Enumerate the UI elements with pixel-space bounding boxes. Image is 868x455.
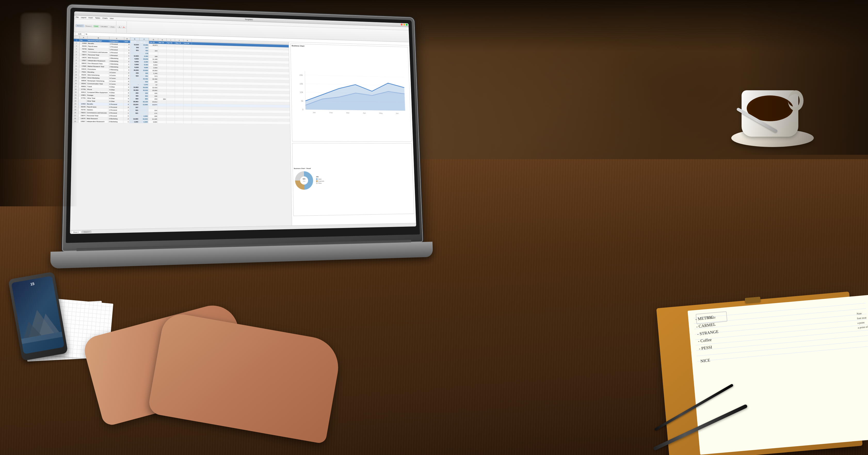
btn-ab2[interactable]: Ab- [122,26,126,28]
phone-screen: 15 [11,276,64,354]
phone-mountain [16,301,63,344]
cell-1j[interactable]: May-16 [175,42,184,44]
line-chart-svg: 0 5k 10k 15k 20k [292,47,410,138]
col-d-header[interactable]: D [124,37,130,40]
maximize-btn[interactable] [406,24,408,26]
ribbon-group-format: Ab Ab- [117,21,127,33]
clipboard-board: Toble - METRIC - CARMEL - STRANGE - Coff… [656,291,863,455]
legend-color-plans [316,183,318,184]
menu-charts[interactable]: Charts [102,17,107,19]
legend-item-plans: Plans [316,182,324,184]
legend-label-plans: Plans [318,183,321,184]
cell-1d[interactable]: Unit [124,40,130,43]
laptop: Template1 File Layout Insert Tables [61,4,441,302]
excel-main-area: A B C D E F G H I J [70,36,416,230]
excel-title: Template1 [245,19,253,21]
style-percent2[interactable]: Percent 2 [84,25,93,27]
legend-item-sales: Sales [316,178,324,180]
pie-chart-svg: 50% Sales [294,170,314,191]
bg-blur-right [739,0,868,155]
clipboard-area: Toble - METRIC - CARMEL - STRANGE - Coff… [628,265,868,455]
pie-legend: 25% Sales Expenses [316,176,324,185]
col-i-header[interactable]: I [167,38,175,41]
clipboard-paper: Toble - METRIC - CARMEL - STRANGE - Coff… [688,295,868,455]
svg-text:0: 0 [302,108,304,111]
svg-text:Feb: Feb [330,111,333,114]
note-right-4: a point of [858,324,868,330]
screen-content[interactable]: Template1 File Layout Insert Tables [70,11,416,234]
pie-chart-title: Business Chart - Visual [294,167,411,169]
svg-text:Jan: Jan [313,111,316,113]
cell-1h[interactable]: Mar-16 [158,41,167,44]
cell-1k[interactable]: Jun-16 [183,42,192,45]
menu-view[interactable]: View [110,18,114,19]
grid: A B C D E F G H I J [70,36,292,230]
col-g-header[interactable]: G [149,38,158,41]
col-k-header[interactable]: K [183,39,192,42]
background-glass [21,13,52,64]
cell-1g[interactable]: Feb-16 [149,41,158,44]
style-calculation[interactable]: Calculation [99,25,109,28]
style-check[interactable]: Check [109,25,116,28]
pie-chart-container: Business Chart - Visual [292,143,414,216]
laptop-lid: Template1 File Layout Insert Tables [62,4,423,252]
cell-1e[interactable]: Dec-15 [130,40,140,43]
svg-line-5 [305,75,404,77]
right-column-notes: Note font treat a point a point of [857,311,868,330]
cell-1i[interactable]: Apr-16 [167,41,175,44]
col-c-header[interactable]: C [110,37,124,40]
spreadsheet[interactable]: A B C D E F G H I J [70,36,292,230]
svg-text:50%: 50% [303,178,306,180]
legend-label-sales: Sales [318,178,321,180]
phone-time: 15 [11,278,53,290]
col-e-header[interactable]: E [130,37,140,40]
style-good[interactable]: Good [93,25,99,28]
col-h-header[interactable]: H [158,38,167,41]
phone-mountain-svg [16,301,63,344]
legend-color-sales [316,178,318,180]
window-controls [401,24,408,26]
cell-1a[interactable]: No. [80,39,88,42]
menu-tables[interactable]: Tables [95,17,100,19]
col-j-header[interactable]: J [175,39,183,42]
svg-text:May: May [379,112,383,114]
svg-text:15k: 15k [300,83,303,85]
col-a-header[interactable]: A [80,36,88,39]
col-f-header[interactable]: F [140,38,149,41]
svg-text:Mar: Mar [346,112,350,114]
minimize-btn[interactable] [403,24,405,26]
menu-insert[interactable]: Insert [89,17,93,19]
btn-ab[interactable]: Ab [117,26,122,28]
cell-1f[interactable]: Jan-16 [140,41,149,43]
legend-color-expenses [316,181,318,182]
ribbon-group-styles: Normal 2 Percent 2 Good Calculation Chec… [75,20,117,32]
screen-bezel: Template1 File Layout Insert Tables [66,8,420,243]
legend-item-expenses: Expenses [316,181,324,182]
excel-app[interactable]: Template1 File Layout Insert Tables [70,11,416,234]
svg-text:Jun: Jun [396,112,399,115]
close-btn[interactable] [401,24,403,26]
cell-1c[interactable]: Categories [110,40,124,43]
line-chart: Business Chart [290,43,411,141]
svg-line-0 [305,71,306,109]
menu-layout[interactable]: Layout [81,17,86,19]
svg-text:Apr: Apr [363,112,366,114]
note-right-2: font treat [857,315,867,321]
sheet-tab-1[interactable]: Sheet 1 [71,231,81,233]
formula-fx: fx [86,33,87,35]
chart-area: Business Chart [289,42,416,225]
clipboard-clip [745,297,761,303]
legend-label-expenses: Expenses [318,181,324,182]
svg-text:5k: 5k [301,100,304,102]
svg-text:20k: 20k [300,74,303,76]
svg-text:10k: 10k [300,91,304,94]
svg-text:Sales: Sales [303,181,306,182]
sheet-tab-2[interactable]: Sheet 2 [82,230,91,233]
